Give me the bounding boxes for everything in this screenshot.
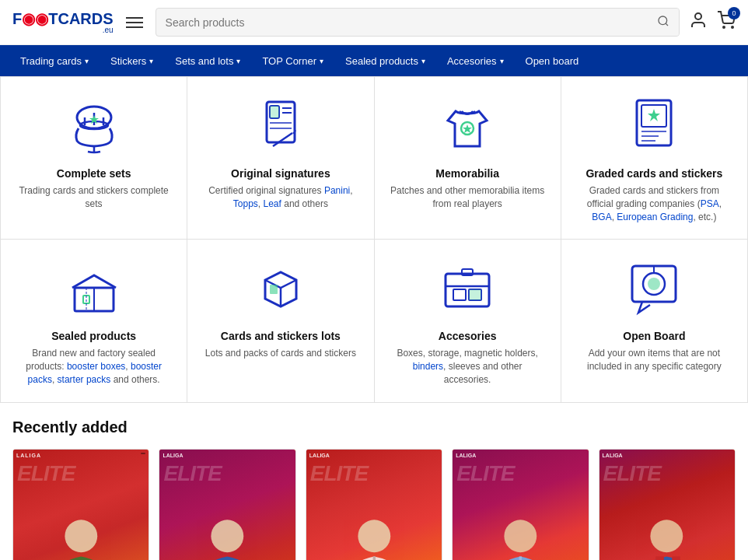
category-grid: Complete sets Trading cards and stickers… (0, 76, 748, 403)
category-desc: Graded cards and stickers from official … (577, 184, 732, 223)
svg-rect-14 (270, 106, 279, 118)
accesories-icon (436, 258, 498, 320)
complete-sets-icon (63, 96, 125, 158)
user-icon[interactable] (689, 11, 708, 34)
site-logo[interactable]: F◉◉TCARDS .eu (12, 11, 114, 34)
category-desc: Patches and other memorabilia items from… (390, 184, 545, 211)
svg-line-19 (273, 133, 292, 146)
category-open-board[interactable]: Open Board Add your own items that are n… (561, 240, 748, 402)
svg-rect-36 (453, 289, 466, 300)
product-card-005[interactable]: LALIGA ELITE GAVI PANINI 0 (599, 449, 736, 560)
nav-item-top-corner[interactable]: TOP Corner ▾ (251, 45, 334, 76)
nav-item-sets-lots[interactable]: Sets and lots ▾ (164, 45, 251, 76)
product-image-003: LALIGA ELITE FEDE VALVERDE PANINI (306, 450, 442, 560)
category-title: Memorabilia (435, 167, 499, 180)
logo-domain: .eu (12, 26, 114, 34)
search-bar (156, 8, 680, 37)
category-title: Graded cards and stickers (585, 167, 722, 180)
svg-rect-50 (358, 520, 390, 552)
category-title: Accesories (439, 330, 497, 342)
search-icon (657, 15, 669, 27)
nav-item-sealed-products[interactable]: Sealed products ▾ (334, 45, 436, 76)
nav-item-trading-cards[interactable]: Trading cards ▾ (9, 45, 100, 76)
product-grid: LALIGA ELITE CANALES PANINI 001 (12, 449, 736, 560)
svg-point-3 (723, 26, 725, 28)
product-image-004: LALIGA ELITE GABRI VEIGA PANINI (453, 450, 588, 560)
product-card-003[interactable]: LALIGA ELITE FEDE VALVERDE PANINI 003 Fe… (306, 449, 442, 560)
graded-cards-icon (623, 96, 685, 158)
category-desc: Lots and packs of cards and stickers (205, 347, 356, 360)
nav-item-open-board[interactable]: Open board (515, 45, 590, 76)
svg-rect-60 (673, 556, 680, 560)
category-original-signatures[interactable]: Original signatures Certified original s… (187, 77, 374, 240)
product-image-001: LALIGA ELITE CANALES PANINI (13, 450, 149, 560)
category-accesories[interactable]: Accesories Boxes, storage, magnetic hold… (375, 240, 561, 402)
category-title: Open Board (623, 330, 685, 342)
svg-rect-54 (504, 520, 537, 552)
category-complete-sets[interactable]: Complete sets Trading cards and stickers… (1, 77, 187, 240)
sealed-products-icon (63, 258, 125, 320)
chevron-down-icon: ▾ (320, 57, 323, 65)
open-board-icon (623, 258, 685, 320)
chevron-down-icon: ▾ (421, 57, 425, 65)
svg-rect-38 (469, 289, 481, 300)
chevron-down-icon: ▾ (149, 57, 153, 65)
category-desc: Brand new and factory sealed products: b… (16, 347, 171, 386)
svg-rect-34 (446, 274, 489, 306)
chevron-down-icon: ▾ (500, 57, 504, 65)
search-input[interactable] (156, 10, 648, 35)
product-card-002[interactable]: LALIGA ELITE COURTOIS PANINI 002 Courtoi… (159, 449, 295, 560)
product-image-005: LALIGA ELITE GAVI PANINI (599, 450, 735, 560)
svg-point-42 (648, 278, 660, 290)
category-graded-cards[interactable]: Graded cards and stickers Graded cards a… (561, 77, 748, 240)
main-nav: Trading cards ▾ Stickers ▾ Sets and lots… (0, 45, 748, 76)
svg-rect-47 (211, 520, 244, 552)
category-desc: Certified original signatures Panini, To… (203, 184, 358, 211)
cards-lots-icon (250, 258, 312, 320)
category-memorabilia[interactable]: Memorabilia Patches and other memorabili… (375, 77, 561, 240)
product-card-004[interactable]: LALIGA ELITE GABRI VEIGA PANINI 004 Gabr… (452, 449, 589, 560)
svg-line-1 (666, 23, 668, 26)
logo-text: F◉◉TCARDS (12, 11, 114, 26)
svg-point-2 (695, 13, 701, 19)
category-desc: Boxes, storage, magnetic holders, binder… (390, 347, 545, 386)
search-button[interactable] (648, 9, 679, 36)
svg-point-4 (732, 26, 733, 28)
product-image-002: LALIGA ELITE COURTOIS PANINI (159, 450, 295, 560)
category-title: Original signatures (231, 167, 330, 180)
original-signatures-icon (250, 96, 312, 158)
recently-added-section: Recently added LALIGA ELITE CANA (0, 403, 748, 560)
category-title: Sealed products (51, 330, 136, 342)
hamburger-menu[interactable] (123, 14, 146, 31)
svg-marker-21 (463, 124, 472, 133)
recently-added-title: Recently added (12, 418, 736, 436)
product-card-001[interactable]: LALIGA ELITE CANALES PANINI 001 (12, 449, 149, 560)
header-icons: 0 (689, 11, 736, 34)
category-sealed-products[interactable]: Sealed products Brand new and factory se… (1, 240, 187, 402)
category-desc: Add your own items that are not included… (577, 347, 732, 373)
svg-point-0 (659, 16, 667, 25)
svg-marker-24 (648, 109, 660, 121)
nav-item-accesories[interactable]: Accesories ▾ (436, 45, 515, 76)
memorabilia-icon (436, 96, 498, 158)
cart-count: 0 (728, 7, 740, 19)
category-title: Complete sets (57, 167, 131, 180)
svg-rect-59 (656, 556, 664, 560)
cart-icon[interactable]: 0 (717, 11, 736, 34)
site-header: F◉◉TCARDS .eu 0 (0, 0, 748, 45)
svg-rect-58 (651, 520, 683, 552)
nav-item-stickers[interactable]: Stickers ▾ (100, 45, 164, 76)
category-title: Cards and stickers lots (221, 330, 341, 342)
chevron-down-icon: ▾ (236, 57, 240, 65)
category-cards-lots[interactable]: Cards and stickers lots Lots and packs o… (187, 240, 374, 402)
svg-rect-33 (270, 285, 278, 294)
chevron-down-icon: ▾ (85, 57, 89, 65)
category-desc: Trading cards and stickers complete sets (16, 184, 171, 211)
svg-rect-44 (65, 520, 97, 552)
